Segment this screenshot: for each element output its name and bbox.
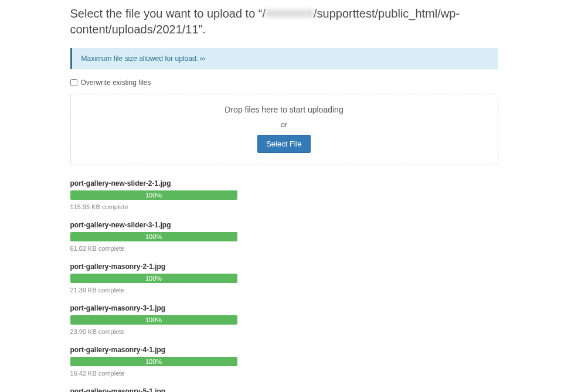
upload-status: 21.39 KB complete	[70, 287, 237, 294]
upload-status: 16.42 KB complete	[70, 370, 237, 377]
upload-item: port-gallery-new-slider-3-1.jpg 100% 61.…	[70, 221, 237, 252]
upload-item: port-gallery-masonry-2-1.jpg 100% 21.39 …	[70, 263, 237, 294]
upload-list: port-gallery-new-slider-2-1.jpg 100% 115…	[70, 179, 237, 392]
select-file-button[interactable]: Select File	[257, 135, 311, 153]
upload-filename: port-gallery-masonry-4-1.jpg	[70, 346, 237, 354]
upload-filename: port-gallery-masonry-3-1.jpg	[70, 304, 237, 312]
upload-status: 23.90 KB complete	[70, 328, 237, 335]
redacted-path-segment	[266, 9, 314, 18]
dropzone[interactable]: Drop files here to start uploading or Se…	[70, 94, 498, 165]
info-text: Maximum file size allowed for upload: ∞	[81, 54, 205, 63]
overwrite-label[interactable]: Overwrite existing files	[81, 79, 151, 87]
progress-bar: 100%	[70, 190, 237, 200]
upload-filename: port-gallery-new-slider-3-1.jpg	[70, 221, 237, 229]
upload-filename: port-gallery-masonry-2-1.jpg	[70, 263, 237, 271]
or-text: or	[71, 120, 498, 129]
info-box: Maximum file size allowed for upload: ∞	[70, 48, 498, 69]
upload-filename: port-gallery-new-slider-2-1.jpg	[70, 179, 237, 188]
progress-bar: 100%	[70, 232, 237, 241]
drop-text: Drop files here to start uploading	[71, 105, 498, 114]
upload-status: 115.95 KB complete	[70, 203, 237, 210]
overwrite-checkbox[interactable]	[70, 79, 77, 86]
upload-status: 61.02 KB complete	[70, 245, 237, 252]
upload-item: port-gallery-masonry-5-1.jpg 100% 85.97 …	[70, 387, 237, 392]
upload-item: port-gallery-masonry-4-1.jpg 100% 16.42 …	[70, 346, 237, 377]
upload-item: port-gallery-masonry-3-1.jpg 100% 23.90 …	[70, 304, 237, 335]
overwrite-row: Overwrite existing files	[70, 79, 498, 87]
progress-bar: 100%	[70, 315, 237, 325]
title-prefix: Select the file you want to upload to “/	[70, 7, 266, 20]
upload-item: port-gallery-new-slider-2-1.jpg 100% 115…	[70, 179, 237, 210]
page-title: Select the file you want to upload to “/…	[70, 6, 498, 38]
upload-filename: port-gallery-masonry-5-1.jpg	[70, 387, 237, 392]
progress-bar: 100%	[70, 357, 237, 366]
progress-bar: 100%	[70, 274, 237, 283]
